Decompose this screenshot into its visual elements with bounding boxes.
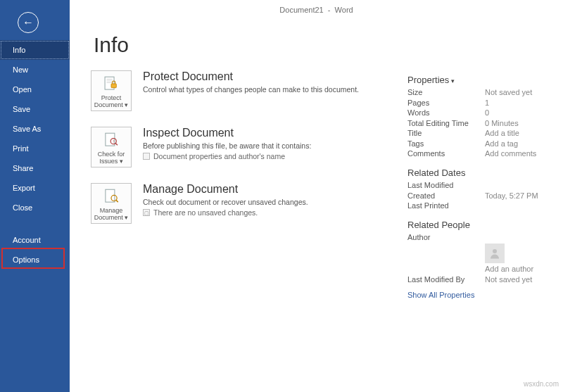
page-title: Info: [94, 33, 129, 57]
protect-document-icon: [102, 75, 120, 92]
tile-sublabel: Document ▾: [94, 214, 129, 221]
property-row: CommentsAdd comments: [407, 149, 563, 158]
date-value: Today, 5:27 PM: [485, 191, 563, 200]
date-key: Last Modified: [407, 181, 485, 189]
property-key: Total Editing Time: [407, 119, 485, 127]
sidebar-item-export[interactable]: Export: [0, 178, 70, 198]
date-row: Last Printed: [407, 201, 563, 210]
section-text: Before publishing this file, be aware th…: [143, 141, 311, 150]
manage-document-tile[interactable]: ManageDocument ▾: [91, 183, 132, 224]
property-row: Pages1: [407, 99, 563, 107]
backstage-main: Document21 - Word Info ProtectDocument ▾…: [70, 0, 563, 392]
author-label: Author: [407, 233, 485, 241]
sidebar-item-print[interactable]: Print: [0, 139, 70, 158]
sidebar-item-close[interactable]: Close: [0, 198, 70, 217]
back-arrow-icon: ←: [23, 17, 34, 28]
page-icon: [143, 209, 150, 216]
svg-line-8: [116, 200, 118, 202]
property-key: Comments: [407, 149, 485, 158]
date-value: [485, 181, 563, 189]
sidebar-item-save[interactable]: Save: [0, 99, 70, 119]
property-row: TagsAdd a tag: [407, 139, 563, 148]
property-value[interactable]: 0: [485, 108, 563, 117]
property-row: TitleAdd a title: [407, 129, 563, 137]
tile-sublabel: Document ▾: [94, 101, 129, 108]
show-all-properties-link[interactable]: Show All Properties: [407, 291, 563, 299]
property-value[interactable]: Add a title: [485, 129, 563, 137]
watermark: wsxdn.com: [524, 380, 559, 388]
date-key: Last Printed: [407, 201, 485, 210]
last-modified-by-value: Not saved yet: [485, 275, 563, 284]
property-key: Tags: [407, 139, 485, 148]
property-key: Size: [407, 88, 485, 96]
sidebar-item-share[interactable]: Share: [0, 158, 70, 178]
property-value[interactable]: 0 Minutes: [485, 119, 563, 127]
property-key: Title: [407, 129, 485, 137]
svg-point-9: [493, 249, 497, 253]
property-value[interactable]: Not saved yet: [485, 88, 563, 96]
chevron-down-icon: [449, 75, 455, 85]
check-for-issues-tile[interactable]: ! Check forIssues ▾: [91, 127, 132, 167]
protect-document-tile[interactable]: ProtectDocument ▾: [91, 70, 132, 111]
manage-document-section: ManageDocument ▾ Manage Document Check o…: [91, 183, 393, 224]
section-title: Protect Document: [143, 70, 359, 83]
svg-rect-6: [106, 189, 115, 202]
property-key: Pages: [407, 99, 485, 107]
section-title: Manage Document: [143, 183, 308, 196]
back-button[interactable]: ←: [18, 12, 39, 33]
property-row: Total Editing Time0 Minutes: [407, 119, 563, 127]
last-modified-by-label: Last Modified By: [407, 275, 485, 284]
related-people-header: Related People: [407, 220, 563, 230]
svg-rect-1: [111, 84, 116, 88]
section-text: Check out document or recover unsaved ch…: [143, 198, 308, 206]
property-value[interactable]: Add comments: [485, 149, 563, 158]
sidebar-item-save-as[interactable]: Save As: [0, 119, 70, 139]
tile-label: Check for: [98, 151, 125, 158]
unsaved-info: There are no unsaved changes.: [143, 208, 308, 217]
property-value[interactable]: Add a tag: [485, 139, 563, 148]
sidebar-item-open[interactable]: Open: [0, 80, 70, 99]
sidebar-item-account[interactable]: Account: [0, 230, 70, 250]
sidebar-item-new[interactable]: New: [0, 60, 70, 80]
property-row: Words0: [407, 108, 563, 117]
manage-document-icon: [102, 188, 120, 205]
property-row: SizeNot saved yet: [407, 88, 563, 96]
window-title: Document21 - Word: [279, 6, 353, 14]
tile-label: Protect: [101, 94, 122, 101]
section-title: Inspect Document: [143, 127, 311, 139]
date-row: CreatedToday, 5:27 PM: [407, 191, 563, 200]
issue-item: Document properties and author's name: [143, 152, 311, 160]
sidebar-item-options[interactable]: Options: [0, 250, 70, 270]
inspect-document-section: ! Check forIssues ▾ Inspect Document Bef…: [91, 127, 393, 167]
date-value: [485, 201, 563, 210]
tile-label: Manage: [100, 207, 123, 214]
properties-panel: Properties SizeNot saved yetPages1Words0…: [407, 75, 563, 299]
properties-header[interactable]: Properties: [407, 75, 563, 85]
bullet-icon: [143, 153, 150, 160]
sidebar-item-info[interactable]: Info: [0, 40, 70, 60]
date-row: Last Modified: [407, 181, 563, 189]
related-dates-header: Related Dates: [407, 167, 563, 178]
backstage-sidebar: ← InfoNewOpenSaveSave AsPrintShareExport…: [0, 0, 70, 392]
property-key: Words: [407, 108, 485, 117]
svg-line-4: [115, 143, 118, 145]
protect-document-section: ProtectDocument ▾ Protect Document Contr…: [91, 70, 393, 111]
tile-sublabel: Issues ▾: [99, 158, 123, 165]
property-value[interactable]: 1: [485, 99, 563, 107]
date-key: Created: [407, 191, 485, 200]
author-avatar-icon[interactable]: [485, 244, 505, 263]
add-author-link[interactable]: Add an author: [485, 265, 563, 273]
section-text: Control what types of changes people can…: [143, 85, 359, 94]
inspect-document-icon: !: [102, 132, 120, 148]
